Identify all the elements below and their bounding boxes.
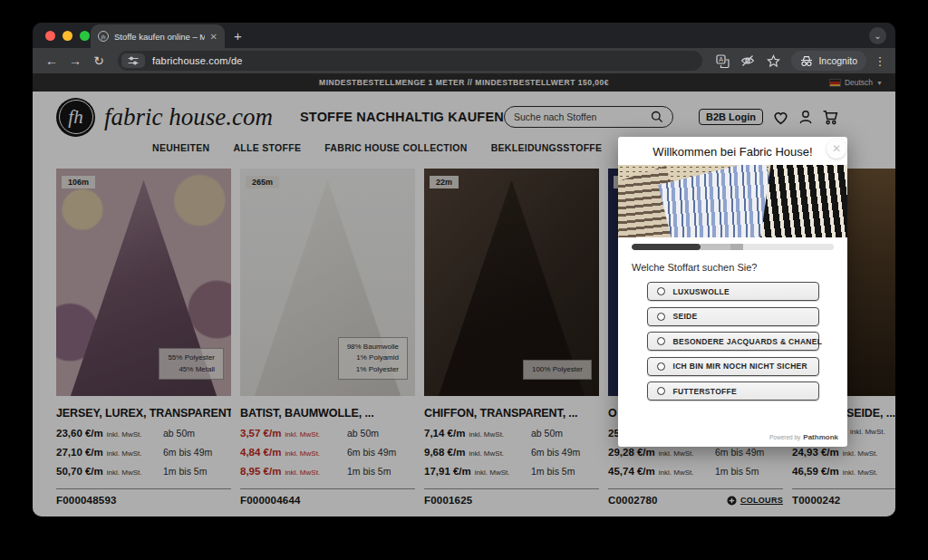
modal-option-label: BESONDERE JACQUARDS & CHANEL: [673, 337, 823, 346]
powered-by[interactable]: Powered byPathmonk: [769, 433, 838, 441]
translate-icon[interactable]: A: [711, 50, 733, 72]
modal-progress-bar: [632, 244, 834, 250]
radio-icon[interactable]: [657, 362, 665, 371]
address-bar[interactable]: fabrichouse.com/de: [118, 51, 702, 71]
modal-option-label: FUTTERSTOFFE: [673, 387, 738, 396]
site-favicon-icon: fh: [98, 31, 109, 42]
incognito-label: Incognito: [818, 55, 857, 66]
modal-option-button[interactable]: SEIDE: [647, 307, 819, 326]
modal-option-button[interactable]: BESONDERE JACQUARDS & CHANEL: [647, 332, 819, 351]
new-tab-button[interactable]: +: [234, 28, 242, 43]
forward-button[interactable]: →: [65, 53, 85, 68]
tab-close-icon[interactable]: ✕: [210, 32, 218, 42]
welcome-modal: ✕ Willkommen bei Fabric House! Welche St…: [618, 137, 847, 447]
browser-window: fh Stoffe kaufen online – Meterw ✕ + ⌄ ←…: [33, 23, 895, 517]
modal-option-button[interactable]: LUXUSWOLLE: [647, 282, 819, 301]
incognito-spy-icon: [800, 55, 813, 67]
pathmonk-brand: Pathmonk: [803, 433, 838, 441]
modal-option-label: LUXUSWOLLE: [673, 287, 730, 296]
site-settings-icon[interactable]: [121, 53, 145, 68]
back-button[interactable]: ←: [42, 53, 62, 68]
svg-text:A: A: [719, 56, 723, 63]
modal-close-icon[interactable]: ✕: [826, 139, 846, 159]
reading-mode-eye-icon[interactable]: [737, 50, 759, 72]
browser-tab[interactable]: fh Stoffe kaufen online – Meterw ✕: [91, 24, 225, 48]
bookmark-star-icon[interactable]: [762, 50, 784, 72]
incognito-badge: Incognito: [791, 51, 866, 71]
radio-icon[interactable]: [657, 313, 665, 321]
modal-question: Welche Stoffart suchen Sie?: [632, 262, 834, 273]
modal-option-button[interactable]: FUTTERSTOFFE: [647, 381, 819, 401]
tab-search-chevron-icon[interactable]: ⌄: [869, 27, 886, 44]
fabric-collage-image: [618, 165, 847, 237]
tab-strip: fh Stoffe kaufen online – Meterw ✕ + ⌄: [33, 23, 895, 48]
url-text: fabrichouse.com/de: [152, 55, 243, 66]
reload-button[interactable]: ↻: [89, 53, 109, 68]
modal-title: Willkommen bei Fabric House!: [618, 145, 847, 159]
modal-option-label: ICH BIN MIR NOCH NICHT SICHER: [673, 362, 807, 371]
close-window-button[interactable]: [45, 31, 55, 41]
radio-icon[interactable]: [657, 287, 665, 295]
tab-title: Stoffe kaufen online – Meterw: [114, 32, 205, 42]
radio-icon[interactable]: [657, 387, 665, 395]
modal-option-button[interactable]: ICH BIN MIR NOCH NICHT SICHER: [647, 357, 819, 376]
radio-icon[interactable]: [657, 337, 665, 345]
window-controls: [45, 31, 90, 41]
modal-options: LUXUSWOLLESEIDEBESONDERE JACQUARDS & CHA…: [618, 282, 847, 401]
zoom-window-button[interactable]: [80, 31, 90, 41]
browser-menu-icon[interactable]: ⋮: [874, 54, 886, 68]
browser-toolbar: ← → ↻ fabrichouse.com/de A: [33, 48, 895, 73]
page-viewport: MINDESTBESTELLMENGE 1 METER // MINDESTBE…: [33, 73, 895, 517]
modal-option-label: SEIDE: [673, 312, 698, 321]
minimize-window-button[interactable]: [63, 31, 72, 41]
